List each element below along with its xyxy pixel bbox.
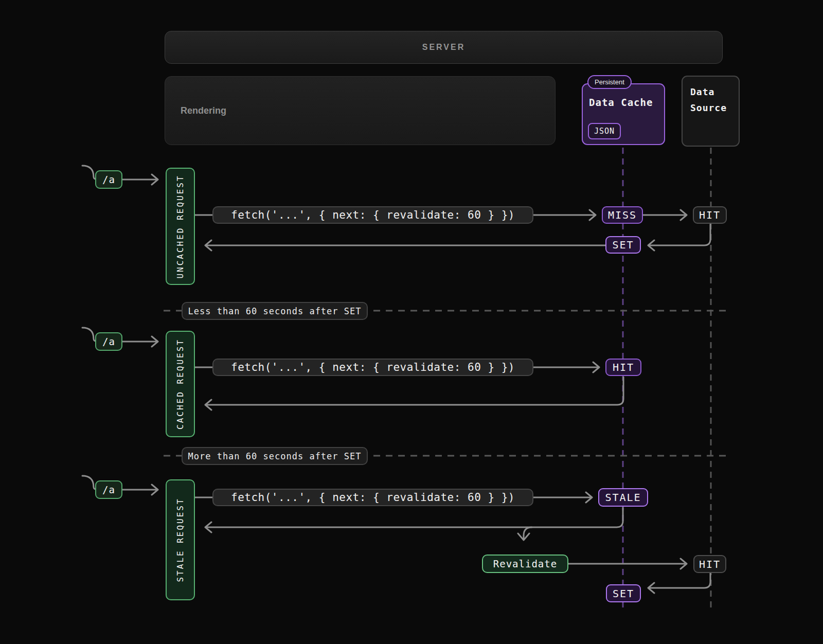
cache-stale-badge: STALE <box>598 488 648 507</box>
route-badge-row2: /a <box>95 332 122 351</box>
divider-lines <box>164 311 728 456</box>
revalidate-pill: Revalidate <box>482 554 568 573</box>
rendering-box: Rendering <box>165 76 556 145</box>
server-bar: SERVER <box>165 31 723 64</box>
stale-request-box: STALE REQUEST <box>166 479 195 600</box>
cache-hit-badge-row2: HIT <box>605 359 641 376</box>
cache-set-badge-row3: SET <box>606 584 641 602</box>
data-source-title-line2: Source <box>690 100 739 116</box>
data-source-title-line1: Data <box>690 84 739 100</box>
fetch-call-pill-row1: fetch('...', { next: { revalidate: 60 } … <box>212 206 533 224</box>
source-hit-badge-row1: HIT <box>693 206 727 224</box>
diagram-canvas: SERVER Rendering Persistent Data Cache J… <box>0 0 823 644</box>
route-badge-row3: /a <box>95 480 122 499</box>
route-badge-row1: /a <box>95 170 122 189</box>
data-source-box: Data Source <box>682 76 740 147</box>
cache-set-badge-row1: SET <box>605 236 641 254</box>
json-tag: JSON <box>588 123 621 139</box>
source-hit-badge-row3: HIT <box>693 555 726 573</box>
fetch-call-pill-row3: fetch('...', { next: { revalidate: 60 } … <box>212 489 533 506</box>
cached-request-box: CACHED REQUEST <box>166 331 195 437</box>
stale-request-label: STALE REQUEST <box>175 497 185 582</box>
persistent-badge: Persistent <box>587 75 632 89</box>
cached-request-label: CACHED REQUEST <box>175 338 185 430</box>
cache-miss-badge: MISS <box>602 206 643 224</box>
data-cache-title: Data Cache <box>589 97 653 108</box>
uncached-request-label: UNCACHED REQUEST <box>175 174 185 278</box>
divider-label-more-than-60s: More than 60 seconds after SET <box>182 447 368 465</box>
divider-label-less-than-60s: Less than 60 seconds after SET <box>182 302 368 320</box>
fetch-call-pill-row2: fetch('...', { next: { revalidate: 60 } … <box>212 359 533 376</box>
uncached-request-box: UNCACHED REQUEST <box>166 168 195 285</box>
